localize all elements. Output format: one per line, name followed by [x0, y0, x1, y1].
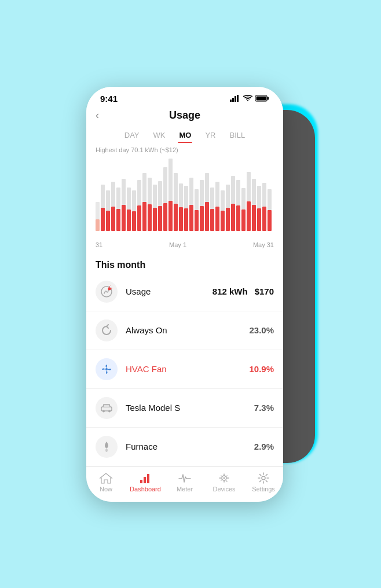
pulse-icon: [178, 472, 192, 484]
svg-rect-38: [174, 173, 178, 204]
device-pct-furnace: 2.9%: [254, 442, 274, 451]
svg-rect-34: [163, 167, 167, 203]
usage-chart: [96, 156, 274, 237]
device-list: Usage 812 kWh $170 Always On 23.0%: [86, 273, 283, 466]
device-stats-usage: 812 kWh $170: [213, 286, 274, 296]
svg-rect-51: [210, 209, 214, 231]
device-stats-furnace: 2.9%: [254, 442, 274, 451]
svg-rect-13: [111, 207, 115, 231]
svg-rect-20: [127, 188, 131, 210]
tesla-icon: [96, 397, 118, 419]
chart-subtitle: Highest day 70.1 kWh (~$12): [96, 146, 274, 153]
svg-rect-0: [230, 100, 232, 102]
device-name-usage: Usage: [126, 286, 213, 296]
svg-rect-54: [215, 182, 219, 207]
chart-labels: 31 May 1 May 31: [96, 239, 274, 251]
svg-rect-73: [268, 210, 272, 231]
svg-rect-48: [200, 180, 204, 206]
status-bar: 9:41: [86, 87, 283, 106]
svg-rect-31: [158, 206, 162, 231]
svg-rect-3: [237, 95, 239, 102]
svg-point-79: [102, 410, 105, 412]
bars-icon: [139, 472, 152, 484]
svg-rect-29: [153, 208, 157, 231]
device-item-usage[interactable]: Usage 812 kWh $170: [86, 273, 283, 311]
svg-rect-65: [247, 201, 251, 231]
svg-rect-37: [174, 204, 178, 231]
hvac-icon: [96, 358, 118, 380]
svg-rect-62: [236, 180, 240, 205]
tab-yr[interactable]: YR: [204, 128, 217, 142]
svg-rect-66: [247, 172, 251, 201]
chart-label-right: May 31: [253, 241, 274, 248]
svg-rect-61: [236, 205, 240, 231]
svg-rect-14: [111, 182, 115, 207]
svg-rect-1: [232, 98, 234, 102]
svg-rect-55: [221, 211, 225, 231]
status-icons: [230, 95, 269, 102]
svg-rect-53: [215, 207, 219, 231]
device-pct-always-on: 23.0%: [249, 325, 274, 335]
nav-label-devices: Devices: [213, 486, 235, 493]
device-stats-always-on: 23.0%: [249, 325, 274, 335]
tab-mo[interactable]: MO: [178, 128, 192, 142]
nav-item-settings[interactable]: Settings: [247, 472, 280, 493]
svg-rect-16: [116, 188, 120, 209]
page-title: Usage: [169, 109, 200, 122]
device-pct-tesla: 7.3%: [254, 403, 274, 413]
svg-rect-78: [101, 407, 112, 411]
tab-wk[interactable]: WK: [152, 128, 167, 142]
nav-item-meter[interactable]: Meter: [168, 472, 201, 493]
svg-rect-36: [168, 159, 173, 201]
nav-item-dashboard[interactable]: Dashboard: [129, 472, 162, 493]
svg-rect-72: [262, 183, 266, 207]
device-name-always-on: Always On: [126, 325, 249, 335]
device-stats-hvac: 10.9%: [249, 364, 274, 374]
svg-rect-44: [189, 178, 193, 205]
tab-bill[interactable]: BILL: [228, 128, 246, 142]
svg-rect-33: [163, 203, 167, 231]
device-item-furnace[interactable]: Furnace 2.9%: [86, 428, 283, 466]
svg-rect-58: [226, 185, 230, 208]
nav-label-settings: Settings: [252, 486, 275, 493]
device-name-hvac: HVAC Fan: [126, 364, 249, 374]
svg-rect-27: [148, 204, 152, 231]
svg-rect-18: [122, 179, 126, 205]
svg-point-86: [262, 476, 265, 480]
svg-rect-47: [200, 206, 204, 231]
svg-rect-83: [147, 474, 149, 483]
svg-rect-71: [262, 207, 266, 231]
svg-rect-22: [132, 190, 136, 211]
svg-rect-43: [189, 205, 193, 231]
svg-rect-30: [153, 185, 157, 208]
tab-day[interactable]: DAY: [123, 128, 141, 142]
svg-rect-41: [184, 208, 188, 231]
device-item-always-on[interactable]: Always On 23.0%: [86, 311, 283, 350]
svg-rect-5: [268, 97, 269, 100]
svg-rect-32: [158, 181, 162, 206]
svg-rect-2: [235, 96, 236, 102]
svg-rect-63: [241, 210, 246, 231]
device-item-hvac[interactable]: HVAC Fan 10.9%: [86, 350, 283, 389]
svg-rect-46: [195, 189, 199, 210]
svg-rect-9: [101, 208, 105, 231]
device-pct-hvac: 10.9%: [249, 364, 274, 374]
nav-item-devices[interactable]: Devices: [208, 472, 240, 493]
back-button[interactable]: ‹: [96, 109, 99, 122]
svg-rect-82: [144, 477, 146, 483]
svg-rect-12: [106, 190, 110, 211]
settings-icon: [257, 472, 270, 484]
svg-rect-6: [257, 97, 266, 101]
section-title: This month: [86, 255, 283, 273]
device-item-tesla[interactable]: Tesla Model S 7.3%: [86, 389, 283, 428]
svg-rect-17: [122, 205, 126, 231]
svg-rect-15: [116, 209, 120, 231]
wifi-icon: [243, 95, 252, 102]
always-on-icon: [96, 319, 118, 341]
device-cost-usage: $170: [255, 286, 274, 296]
svg-rect-69: [257, 208, 261, 231]
nav-item-now[interactable]: Now: [90, 472, 122, 493]
svg-rect-42: [184, 186, 188, 208]
house-icon: [99, 472, 113, 484]
svg-rect-70: [257, 186, 261, 208]
